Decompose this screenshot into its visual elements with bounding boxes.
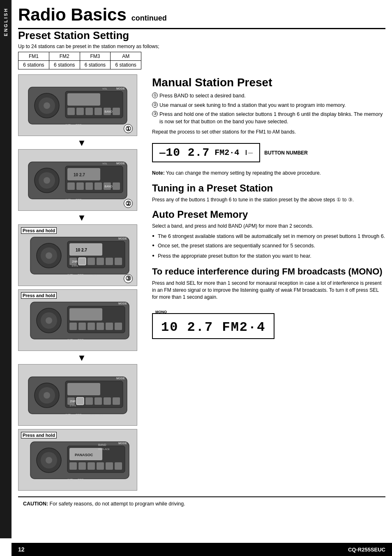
- radio-svg-6: PANASOC MODE IMTL REP BAND REPLACE: [28, 438, 131, 482]
- svg-text:MODE: MODE: [118, 237, 127, 240]
- svg-text:MODE: MODE: [116, 377, 125, 380]
- svg-text:MODE: MODE: [116, 162, 125, 165]
- svg-text:8.3: 8.3: [99, 414, 103, 416]
- radio-image-5: MODE IMTL 2NR STPS REP 89-3 8.3: [18, 364, 137, 426]
- tuning-section-text: Press any of the buttons 1 through 6 to …: [152, 196, 385, 203]
- step-circle-2: ②: [152, 102, 158, 108]
- step-text-3: Press and hold one of the station select…: [159, 111, 383, 125]
- button-number-label: BUTTON NUMBER: [264, 150, 308, 156]
- step-circle-1: ①: [152, 92, 158, 98]
- svg-text:IMTL: IMTL: [65, 198, 72, 201]
- press-hold-label-3: Press and hold: [21, 432, 57, 438]
- radio-svg-1: MODE VOL BAND IMTL REP: [26, 83, 129, 127]
- band-value: FM2·4: [214, 148, 239, 157]
- mono-display-wrapper: MONO 10 2.7 FM2·4: [152, 308, 274, 344]
- svg-rect-79: [104, 397, 111, 405]
- step-item-1: ① Press BAND to select a desired band.: [152, 92, 385, 100]
- svg-rect-78: [95, 397, 102, 405]
- interference-title: To reduce interference during FM broadca…: [152, 266, 385, 278]
- radio-svg-4: MODE IMTL REP: [28, 298, 131, 342]
- svg-rect-59: [69, 308, 102, 321]
- table-values-row: 6 stations 6 stations 6 stations 6 stati…: [18, 61, 141, 69]
- svg-rect-43: [78, 258, 86, 265]
- table-val-fm3: 6 stations: [80, 61, 111, 69]
- svg-point-57: [46, 317, 52, 324]
- svg-rect-11: [113, 108, 120, 115]
- auto-preset-bullets-2: Press the appropriate preset button for …: [152, 253, 385, 260]
- svg-rect-47: [115, 258, 122, 265]
- table-header-fm3: FM3: [80, 52, 111, 61]
- svg-text:BAND: BAND: [104, 185, 112, 188]
- svg-text:REP: REP: [76, 198, 82, 201]
- table-header-row: FM1 FM2 FM3 AM: [18, 52, 141, 61]
- svg-text:STPS: STPS: [69, 404, 76, 407]
- step-number-2: ②: [124, 199, 133, 208]
- svg-text:REP: REP: [78, 339, 84, 341]
- bullet-item-1: The 6 strongest available stations will …: [152, 233, 385, 240]
- page-continued: continued: [131, 14, 167, 23]
- arrow-down-2: ▼: [18, 212, 145, 223]
- footer-caution: CAUTION: For safety reasons, do not atte…: [18, 496, 385, 511]
- bullet-item-2: Once set, the preset stations are sequen…: [152, 242, 385, 250]
- manual-preset-title: Manual Station Preset: [152, 76, 385, 89]
- radio-image-1: MODE VOL BAND IMTL REP ①: [18, 74, 137, 136]
- svg-text:VOL: VOL: [102, 162, 108, 165]
- step-text-2: Use manual or seek tuning to find a stat…: [159, 102, 346, 108]
- svg-rect-24: [67, 182, 75, 190]
- table-header-fm2: FM2: [49, 52, 80, 61]
- svg-rect-99: [106, 462, 113, 470]
- table-val-am: 6 stations: [111, 61, 141, 69]
- tuning-section-title: Tuning in a Preset Station: [152, 182, 385, 194]
- svg-rect-6: [67, 108, 75, 115]
- svg-rect-80: [113, 397, 120, 405]
- page-header: Radio Basics continued: [18, 0, 385, 29]
- svg-rect-65: [115, 323, 122, 330]
- svg-rect-98: [97, 462, 104, 470]
- step-item-2: ② Use manual or seek tuning to find a st…: [152, 102, 385, 109]
- svg-rect-9: [95, 108, 102, 115]
- svg-text:MODE: MODE: [118, 442, 127, 445]
- auto-preset-title: Auto Preset Memory: [152, 209, 385, 220]
- display-separator: —: [246, 150, 253, 155]
- page-number: 12: [18, 546, 25, 553]
- table-header-am: AM: [111, 52, 141, 61]
- svg-point-20: [44, 177, 50, 184]
- note-label: Note:: [152, 170, 165, 176]
- svg-text:2NR: 2NR: [70, 400, 76, 403]
- main-content: Radio Basics continued Preset Station Se…: [12, 0, 392, 511]
- radio-svg-5: MODE IMTL 2NR STPS REP 89-3 8.3: [26, 373, 129, 417]
- svg-rect-77: [85, 397, 93, 405]
- sidebar-language-label: ENGLISH: [3, 7, 8, 36]
- svg-rect-96: [78, 462, 86, 470]
- svg-rect-76: [76, 397, 84, 405]
- svg-text:89-3: 89-3: [90, 414, 95, 416]
- svg-rect-44: [88, 258, 95, 265]
- svg-rect-61: [78, 323, 86, 330]
- svg-rect-74: [67, 383, 100, 395]
- svg-rect-46: [106, 258, 113, 265]
- svg-rect-27: [95, 182, 102, 190]
- svg-rect-29: [113, 182, 120, 190]
- svg-rect-45: [97, 258, 104, 265]
- svg-text:IMTL: IMTL: [67, 339, 74, 341]
- station-table: FM1 FM2 FM3 AM 6 stations 6 stations 6 s…: [18, 52, 141, 69]
- arrow-down-1: ▼: [18, 138, 145, 148]
- svg-rect-7: [76, 108, 84, 115]
- display-freq-container: —10 2.7 FM2·4 — BUTTON NUMBER: [152, 139, 385, 166]
- svg-text:BAND: BAND: [98, 443, 106, 446]
- svg-text:89-3: 89-3: [92, 274, 97, 277]
- svg-rect-26: [85, 182, 93, 190]
- auto-preset-intro: Select a band, and press and hold BAND (…: [152, 223, 385, 230]
- svg-text:REP: REP: [76, 124, 82, 127]
- two-col-layout: MODE VOL BAND IMTL REP ① ▼: [18, 74, 385, 492]
- note-body: You can change the memory setting by rep…: [166, 170, 321, 176]
- svg-point-72: [44, 392, 50, 399]
- svg-rect-8: [85, 108, 93, 115]
- svg-text:10 2.7: 10 2.7: [76, 248, 87, 252]
- caution-label: CAUTION:: [23, 501, 48, 507]
- svg-text:2NR: 2NR: [72, 260, 78, 263]
- radio-svg-2: 10 2.7 MODE VOL BAND IMTL REP: [26, 158, 129, 202]
- svg-text:IMTL: IMTL: [67, 478, 74, 481]
- arrow-down-3: ▼: [18, 353, 145, 363]
- freq-value: —10 2.7: [159, 146, 210, 159]
